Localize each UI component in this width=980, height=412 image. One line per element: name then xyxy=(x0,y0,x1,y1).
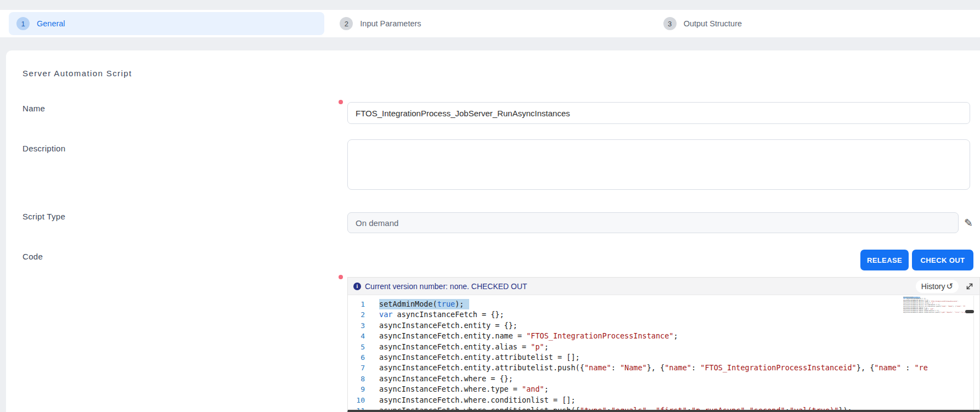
version-info-text: Current version number: none. CHECKED OU… xyxy=(365,282,527,291)
page-title: Server Automation Script xyxy=(22,69,132,78)
step-general[interactable]: 1 General xyxy=(9,12,324,35)
step-label: Output Structure xyxy=(684,19,742,28)
code-line[interactable]: 4asyncInstanceFetch.entity.name = "FTOS_… xyxy=(348,331,979,341)
history-label: History xyxy=(921,282,945,291)
code-minimap[interactable]: setAdminMode(true);var asyncInstanceFetc… xyxy=(903,297,965,368)
code-editor-panel: i Current version number: none. CHECKED … xyxy=(347,277,980,412)
line-number: 5 xyxy=(348,342,379,352)
wizard-stepper: 1 General 2 Input Parameters 3 Output St… xyxy=(0,10,980,37)
line-number: 4 xyxy=(348,331,379,341)
info-icon: i xyxy=(353,283,361,290)
step-input-parameters[interactable]: 2 Input Parameters xyxy=(332,12,647,35)
name-input[interactable] xyxy=(347,102,970,124)
step-number-badge: 3 xyxy=(663,17,677,30)
history-button[interactable]: History ↺ xyxy=(916,280,959,293)
line-number: 3 xyxy=(348,320,379,331)
required-dot xyxy=(339,275,343,279)
code-line[interactable]: 10asyncInstanceFetch.where.conditionlist… xyxy=(348,395,979,405)
line-number: 7 xyxy=(348,363,379,373)
form-card: Server Automation Script Name Descriptio… xyxy=(6,50,980,412)
script-type-input[interactable] xyxy=(347,212,959,233)
script-type-label: Script Type xyxy=(22,212,65,221)
check-out-button[interactable]: CHECK OUT xyxy=(912,250,973,270)
step-label: Input Parameters xyxy=(360,19,421,28)
scrollbar-track-divider xyxy=(973,296,974,410)
code-line[interactable]: 8asyncInstanceFetch.where = {}; xyxy=(348,374,979,384)
code-line[interactable]: 11asyncInstanceFetch.where.conditionlist… xyxy=(348,405,979,410)
code-line[interactable]: 5asyncInstanceFetch.entity.alias = "p"; xyxy=(348,342,979,352)
release-button[interactable]: RELEASE xyxy=(860,250,909,270)
line-number: 9 xyxy=(348,384,379,394)
code-line[interactable]: 2var asyncInstanceFetch = {}; xyxy=(348,309,979,320)
step-number-badge: 1 xyxy=(16,17,30,30)
code-line[interactable]: 1setAdminMode(true); xyxy=(348,299,979,309)
code-version-bar: i Current version number: none. CHECKED … xyxy=(348,278,979,295)
line-number: 1 xyxy=(348,299,379,309)
step-label: General xyxy=(37,19,65,28)
description-textarea[interactable] xyxy=(347,139,970,190)
code-line[interactable]: 9asyncInstanceFetch.where.type = "and"; xyxy=(348,384,979,394)
code-line[interactable]: 3asyncInstanceFetch.entity = {}; xyxy=(348,320,979,331)
scrollbar-thumb[interactable] xyxy=(965,310,974,313)
code-label: Code xyxy=(22,252,43,261)
line-number: 8 xyxy=(348,374,379,384)
description-label: Description xyxy=(22,144,65,153)
required-dot xyxy=(339,100,343,104)
step-output-structure[interactable]: 3 Output Structure xyxy=(656,12,971,35)
line-number: 10 xyxy=(348,395,379,405)
line-number: 2 xyxy=(348,309,379,320)
code-line[interactable]: 7asyncInstanceFetch.entity.attributelist… xyxy=(348,363,979,373)
code-editor-content[interactable]: 1setAdminMode(true);2var asyncInstanceFe… xyxy=(348,296,979,410)
page: 1 General 2 Input Parameters 3 Output St… xyxy=(0,0,980,412)
expand-icon[interactable] xyxy=(965,282,974,291)
code-line[interactable]: 6asyncInstanceFetch.entity.attributelist… xyxy=(348,352,979,363)
line-number: 11 xyxy=(348,405,379,410)
name-label: Name xyxy=(22,104,45,113)
line-number: 6 xyxy=(348,352,379,363)
step-number-badge: 2 xyxy=(340,17,353,30)
pencil-icon[interactable]: ✎ xyxy=(964,218,973,228)
history-undo-icon: ↺ xyxy=(946,281,953,291)
